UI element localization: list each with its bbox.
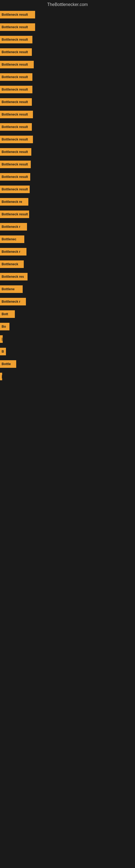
bar-label: Bottleneck result <box>2 125 28 129</box>
bar-label: Bottleneck re <box>2 200 22 204</box>
bar-row: B <box>0 346 135 358</box>
bar-row: Bottleneck result <box>0 21 135 33</box>
bottleneck-bar: Bottleneck result <box>0 11 35 19</box>
bottleneck-bar: Bottleneck r <box>0 223 27 230</box>
bar-label: Bottleneck <box>2 262 18 266</box>
bottleneck-bar: Bottlene <box>0 285 23 293</box>
bar-label: Bottleneck result <box>2 137 28 141</box>
bar-label: Bottleneck result <box>2 63 28 66</box>
bottleneck-bar: Bottleneck result <box>0 61 34 68</box>
bottleneck-bar: Bottleneck result <box>0 73 32 81</box>
bar-row: Bo <box>0 321 135 333</box>
bar-row: Bottleneck r <box>0 246 135 258</box>
bar-row: Bottleneck result <box>0 146 135 158</box>
bar-row: Bottleneck result <box>0 108 135 120</box>
bar-label: Bottleneck result <box>2 212 28 216</box>
bottleneck-bar: Bottleneck r <box>0 248 27 255</box>
bottleneck-bar: Bottleneck result <box>0 135 33 143</box>
bar-row: Bottle <box>0 358 135 370</box>
bar-row: | <box>0 371 135 382</box>
bar-label: Bottleneck result <box>2 150 28 154</box>
bar-label: Bo <box>2 325 6 329</box>
bar-row: Bottleneck result <box>0 84 135 95</box>
bar-label: Bottleneck r <box>2 250 20 254</box>
bottleneck-bar: Bottleneck result <box>0 211 29 218</box>
bar-label: Bott <box>2 312 8 316</box>
bottleneck-bar: | <box>0 335 3 343</box>
bottleneck-bar: Bottleneck result <box>0 123 32 131</box>
bars-container: Bottleneck resultBottleneck resultBottle… <box>0 9 135 382</box>
bar-row: Bottleneck result <box>0 9 135 21</box>
bar-label: Bottleneck r <box>2 300 20 304</box>
bottleneck-bar: Bottleneck result <box>0 148 31 156</box>
bar-row: Bottleneck result <box>0 71 135 83</box>
bar-row: Bottleneck res <box>0 271 135 283</box>
bar-label: Bottleneck result <box>2 100 28 104</box>
bottleneck-bar: Bottleneck result <box>0 48 32 56</box>
bottleneck-bar: Bottle <box>0 360 16 368</box>
bar-row: Bottleneck result <box>0 208 135 220</box>
bottleneck-bar: Bottleneck result <box>0 36 32 43</box>
bottleneck-bar: Bottleneck result <box>0 161 31 168</box>
bar-label: Bottleneck result <box>2 75 28 79</box>
bar-label: | <box>2 337 2 341</box>
bottleneck-bar: Bottleneck result <box>0 23 35 31</box>
bottleneck-bar: Bottleneck result <box>0 186 30 193</box>
bar-row: Bottleneck result <box>0 133 135 145</box>
bottleneck-bar: | <box>0 373 2 380</box>
bar-row: Bottleneck re <box>0 196 135 208</box>
bottleneck-bar: Bottlenec <box>0 236 24 243</box>
bar-row: Bottleneck r <box>0 296 135 308</box>
bar-label: Bottleneck result <box>2 187 28 191</box>
bar-label: Bottle <box>2 362 11 366</box>
bottleneck-bar: Bottleneck re <box>0 198 28 206</box>
bottleneck-bar: Bott <box>0 310 15 318</box>
bar-label: Bottlene <box>2 287 14 291</box>
bar-label: Bottleneck result <box>2 175 28 179</box>
bar-row: Bottleneck result <box>0 183 135 195</box>
bar-row: Bott <box>0 308 135 320</box>
bottleneck-bar: B <box>0 348 6 355</box>
bottleneck-bar: Bo <box>0 323 9 330</box>
bar-label: Bottlenec <box>2 237 16 241</box>
bar-label: Bottleneck result <box>2 88 28 91</box>
bar-row: | <box>0 333 135 345</box>
bar-label: Bottleneck result <box>2 38 28 41</box>
bottleneck-bar: Bottleneck result <box>0 98 32 106</box>
bottleneck-bar: Bottleneck result <box>0 86 32 93</box>
bar-label: Bottleneck result <box>2 50 28 54</box>
bar-label: Bottleneck r <box>2 225 20 229</box>
bar-row: Bottleneck result <box>0 96 135 108</box>
bottleneck-bar: Bottleneck res <box>0 273 28 280</box>
bar-row: Bottleneck result <box>0 59 135 70</box>
bar-row: Bottleneck result <box>0 46 135 58</box>
bar-label: B <box>2 350 4 353</box>
bar-row: Bottleneck r <box>0 221 135 233</box>
bar-label: Bottleneck result <box>2 25 28 29</box>
bar-label: | <box>2 375 2 378</box>
bar-label: Bottleneck result <box>2 13 28 17</box>
site-title: TheBottlenecker.com <box>0 0 135 8</box>
bar-row: Bottleneck result <box>0 158 135 170</box>
bottleneck-bar: Bottleneck r <box>0 298 26 305</box>
bar-row: Bottlenec <box>0 233 135 245</box>
bar-label: Bottleneck res <box>2 275 24 279</box>
bar-row: Bottleneck result <box>0 121 135 133</box>
bottleneck-bar: Bottleneck result <box>0 173 30 181</box>
bar-row: Bottleneck result <box>0 34 135 45</box>
bar-row: Bottlene <box>0 283 135 295</box>
bottleneck-bar: Bottleneck result <box>0 111 33 118</box>
bar-row: Bottleneck result <box>0 171 135 183</box>
bar-label: Bottleneck result <box>2 162 28 166</box>
bar-row: Bottleneck <box>0 258 135 270</box>
bottleneck-bar: Bottleneck <box>0 260 24 268</box>
bar-label: Bottleneck result <box>2 113 28 116</box>
